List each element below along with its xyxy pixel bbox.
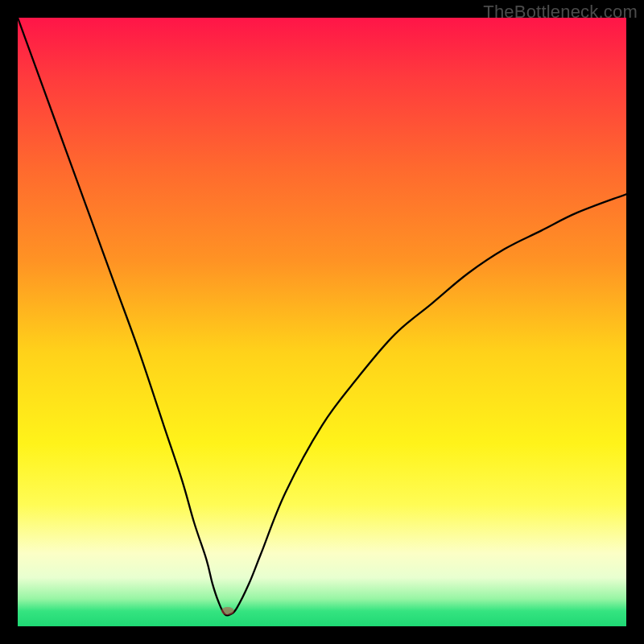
plot-frame (18, 18, 626, 626)
optimum-marker (221, 607, 234, 615)
chart-stage: TheBottleneck.com (0, 0, 644, 644)
bottleneck-curve (18, 18, 626, 615)
curve-layer (18, 18, 626, 626)
plot-area (18, 18, 626, 626)
